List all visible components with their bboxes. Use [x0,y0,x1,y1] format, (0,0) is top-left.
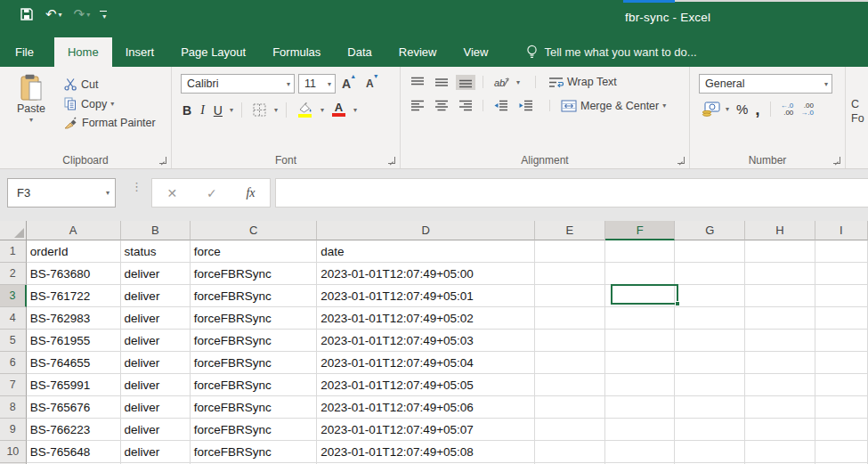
cell-E1[interactable] [535,240,605,263]
cell-I2[interactable] [815,263,868,285]
cell-B5[interactable]: deliver [121,330,191,352]
decrease-font-size-button[interactable]: A▼ [363,77,383,90]
cell-C10[interactable]: forceFBRSync [191,441,318,463]
increase-font-size-button[interactable]: A▲ [339,77,360,91]
formula-input[interactable] [275,178,868,208]
cell-H1[interactable] [745,240,815,263]
cell-F7[interactable] [605,374,675,396]
cell-B2[interactable]: deliver [121,263,191,285]
row-header-9[interactable]: 9 [0,419,27,441]
cell-G2[interactable] [675,263,745,285]
cell-H3[interactable] [745,285,815,307]
column-header-B[interactable]: B [121,221,191,240]
cell-B10[interactable]: deliver [121,441,191,463]
cell-I8[interactable] [815,396,868,419]
column-header-A[interactable]: A [27,221,121,240]
tab-review[interactable]: Review [385,37,450,67]
cell-G9[interactable] [675,419,745,441]
tab-insert[interactable]: Insert [112,37,168,67]
cell-B7[interactable]: deliver [121,374,191,396]
column-header-D[interactable]: D [317,221,534,240]
tab-home[interactable]: Home [54,37,112,67]
percent-style-button[interactable]: % [736,102,748,117]
font-size-combo[interactable]: 11 ▾ [298,74,336,94]
cell-I1[interactable] [815,240,868,263]
column-header-C[interactable]: C [191,221,318,240]
row-header-2[interactable]: 2 [0,263,27,285]
cell-H7[interactable] [745,374,815,396]
cell-H9[interactable] [745,419,815,441]
tell-me-box[interactable]: Tell me what you want to do... [526,37,696,67]
cell-H5[interactable] [745,330,815,352]
tab-data[interactable]: Data [334,37,385,67]
cell-A6[interactable]: BS-764655 [27,352,121,374]
top-align-button[interactable] [408,75,427,90]
cell-A1[interactable]: orderId [27,240,121,263]
cell-F2[interactable] [605,263,675,285]
cell-A2[interactable]: BS-763680 [27,263,121,285]
formula-bar-grip[interactable]: ⋮ [131,183,142,190]
undo-dropdown-icon[interactable]: ▾ [59,11,62,19]
cell-E5[interactable] [535,330,605,352]
orientation-dropdown-icon[interactable]: ▾ [516,78,520,86]
format-painter-button[interactable]: Format Painter [64,117,156,129]
orientation-button[interactable]: ab [491,74,512,90]
cell-F10[interactable] [605,441,675,463]
save-button[interactable] [20,7,34,21]
cell-D9[interactable]: 2023-01-01T12:07:49+05:07 [317,419,534,441]
cell-G7[interactable] [675,374,745,396]
cell-A3[interactable]: BS-761722 [27,285,121,307]
selected-cell-outline[interactable] [611,284,678,305]
comma-style-button[interactable]: , [755,105,759,114]
cell-F1[interactable] [605,240,675,263]
cut-button[interactable]: Cut [64,77,156,91]
cell-I7[interactable] [815,374,868,396]
increase-indent-button[interactable] [515,98,536,113]
column-header-F[interactable]: F [605,221,675,240]
select-all-button[interactable] [0,221,27,240]
borders-dropdown-icon[interactable]: ▾ [274,106,278,114]
number-dialog-launcher-icon[interactable] [833,157,840,164]
middle-align-button[interactable] [432,75,451,90]
cell-D1[interactable]: date [317,240,534,263]
accounting-dropdown-icon[interactable]: ▾ [726,105,729,113]
clipboard-dialog-launcher-icon[interactable] [159,157,166,164]
bottom-align-button[interactable] [456,75,475,90]
cell-C1[interactable]: force [191,240,318,263]
conditional-formatting-label-partial[interactable]: C Fo [851,97,868,126]
row-header-7[interactable]: 7 [0,374,27,396]
cell-H6[interactable] [745,352,815,374]
cell-B9[interactable]: deliver [121,419,191,441]
cell-A9[interactable]: BS-766223 [27,419,121,441]
alignment-dialog-launcher-icon[interactable] [677,157,685,164]
cell-D3[interactable]: 2023-01-01T12:07:49+05:01 [317,285,534,307]
increase-decimal-button[interactable]: ←.0 .00 [781,102,794,117]
redo-button[interactable]: ↷▾ [74,6,91,22]
merge-center-dropdown-icon[interactable]: ▾ [662,102,666,110]
cell-D7[interactable]: 2023-01-01T12:07:49+05:05 [317,374,534,396]
tab-view[interactable]: View [450,37,501,67]
cell-A4[interactable]: BS-762983 [27,307,121,330]
cell-C2[interactable]: forceFBRSync [191,263,318,285]
undo-button[interactable]: ↶▾ [45,6,62,22]
cell-H10[interactable] [745,441,815,463]
cell-G10[interactable] [675,441,745,463]
copy-button[interactable]: Copy ▾ [64,97,156,110]
cell-C7[interactable]: forceFBRSync [191,374,318,396]
font-color-dropdown-icon[interactable]: ▾ [353,106,357,114]
cell-E4[interactable] [535,307,605,330]
cell-H8[interactable] [745,396,815,419]
cell-H4[interactable] [745,307,815,330]
row-header-1[interactable]: 1 [0,240,27,263]
italic-button[interactable]: I [199,103,207,118]
cell-I3[interactable] [815,285,868,307]
align-left-button[interactable] [408,98,427,113]
cell-C3[interactable]: forceFBRSync [191,285,318,307]
cell-B3[interactable]: deliver [121,285,191,307]
cell-A5[interactable]: BS-761955 [27,330,121,352]
cell-D10[interactable]: 2023-01-01T12:07:49+05:08 [317,441,534,463]
paste-dropdown-icon[interactable]: ▾ [29,116,33,124]
merge-center-button[interactable]: Merge & Center ▾ [561,100,666,112]
cell-G6[interactable] [675,352,745,374]
tab-formulas[interactable]: Formulas [259,37,334,67]
